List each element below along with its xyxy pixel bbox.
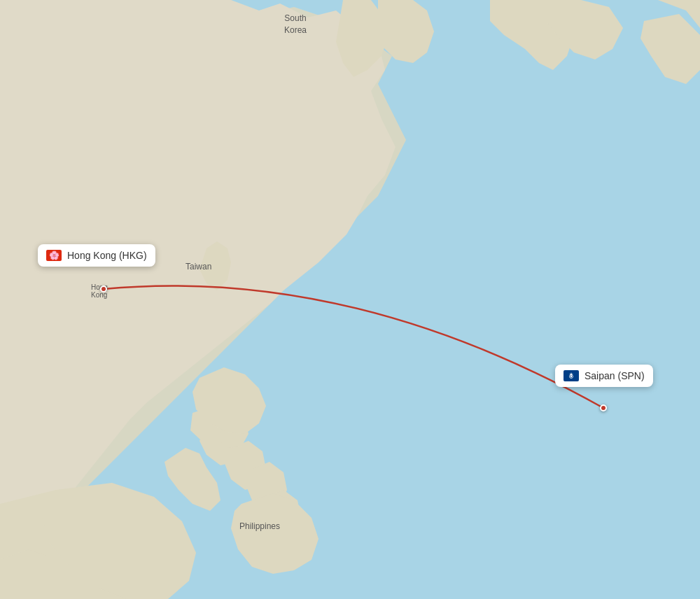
hkg-dot <box>100 286 107 293</box>
spn-dot <box>600 404 607 411</box>
map-container: South Korea Taiwan Hong Kong Philippines… <box>0 0 700 599</box>
map-svg <box>0 0 700 599</box>
